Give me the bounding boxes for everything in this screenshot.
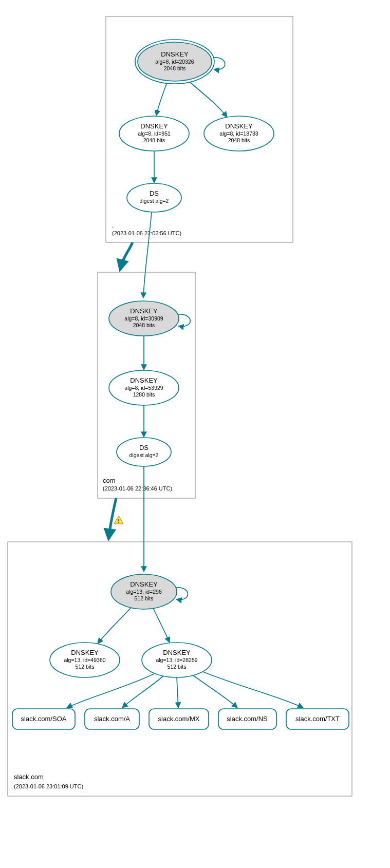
rrset-soa: slack.com/SOA bbox=[12, 709, 75, 729]
warning-icon: ! bbox=[114, 516, 123, 524]
svg-text:1280 bits: 1280 bits bbox=[133, 391, 155, 398]
svg-text:alg=13, id=296: alg=13, id=296 bbox=[126, 589, 162, 595]
svg-text:DNSKEY: DNSKEY bbox=[225, 122, 253, 130]
svg-text:alg=13, id=28259: alg=13, id=28259 bbox=[156, 657, 197, 663]
svg-text:2048 bits: 2048 bits bbox=[133, 322, 155, 328]
svg-text:2048 bits: 2048 bits bbox=[228, 137, 250, 143]
zone-root-name: . bbox=[112, 221, 114, 229]
svg-text:slack.com/SOA: slack.com/SOA bbox=[21, 715, 67, 723]
node-root-ksk: DNSKEY alg=8, id=20326 2048 bits bbox=[135, 40, 214, 84]
svg-text:DNSKEY: DNSKEY bbox=[130, 376, 158, 384]
zone-slack-name: slack.com bbox=[14, 773, 44, 781]
svg-text:digest alg=2: digest alg=2 bbox=[129, 452, 159, 458]
svg-text:DNSKEY: DNSKEY bbox=[140, 122, 168, 130]
svg-text:DNSKEY: DNSKEY bbox=[163, 649, 191, 656]
node-com-ksk: DNSKEY alg=8, id=30909 2048 bits bbox=[109, 301, 179, 336]
svg-text:!: ! bbox=[118, 518, 119, 524]
edge-com-ksk-self bbox=[178, 314, 190, 327]
svg-text:alg=8, id=18733: alg=8, id=18733 bbox=[219, 130, 258, 137]
svg-text:slack.com/A: slack.com/A bbox=[94, 715, 130, 723]
svg-text:DS: DS bbox=[139, 444, 148, 451]
svg-text:alg=8, id=951: alg=8, id=951 bbox=[138, 130, 171, 137]
node-com-zsk: DNSKEY alg=8, id=53929 1280 bits bbox=[109, 370, 179, 405]
edge-to-soa bbox=[67, 674, 154, 708]
svg-text:512 bits: 512 bits bbox=[135, 595, 154, 601]
zone-root: . (2023-01-06 22:02:56 UTC) DNSKEY alg=8… bbox=[106, 16, 293, 242]
svg-text:slack.com/NS: slack.com/NS bbox=[227, 715, 268, 723]
svg-text:DNSKEY: DNSKEY bbox=[130, 580, 158, 588]
node-root-zsk-18733: DNSKEY alg=8, id=18733 2048 bits bbox=[204, 116, 274, 151]
svg-text:DNSKEY: DNSKEY bbox=[130, 307, 158, 315]
edge-rootksk-to-951 bbox=[156, 83, 167, 116]
rrset-a: slack.com/A bbox=[85, 709, 139, 729]
svg-text:alg=13, id=49380: alg=13, id=49380 bbox=[64, 657, 105, 663]
edge-delegation-com-slack bbox=[109, 498, 116, 536]
edge-to-a bbox=[122, 676, 163, 708]
zone-slack: slack.com (2023-01-06 23:01:09 UTC) DNSK… bbox=[8, 542, 352, 796]
zone-com: com (2023-01-06 22:36:46 UTC) DNSKEY alg… bbox=[98, 272, 195, 498]
svg-text:alg=8, id=30909: alg=8, id=30909 bbox=[124, 315, 163, 322]
svg-text:DS: DS bbox=[150, 190, 159, 197]
zone-root-time: (2023-01-06 22:02:56 UTC) bbox=[112, 230, 181, 236]
svg-text:512 bits: 512 bits bbox=[168, 664, 187, 670]
svg-text:512 bits: 512 bits bbox=[76, 664, 95, 670]
rrset-mx: slack.com/MX bbox=[149, 709, 209, 729]
node-slack-zsk-49380: DNSKEY alg=13, id=49380 512 bits bbox=[50, 643, 120, 677]
edge-slackksk-to-28259 bbox=[153, 608, 170, 643]
node-slack-ksk: DNSKEY alg=13, id=296 512 bits bbox=[111, 574, 177, 609]
edge-delegation-root-com bbox=[121, 242, 133, 267]
svg-text:DNSKEY: DNSKEY bbox=[71, 649, 99, 656]
node-root-ksk-line2: alg=8, id=20326 bbox=[155, 59, 194, 65]
node-root-ksk-title: DNSKEY bbox=[161, 50, 189, 58]
svg-text:slack.com/MX: slack.com/MX bbox=[158, 715, 200, 723]
svg-text:slack.com/TXT: slack.com/TXT bbox=[295, 715, 340, 723]
edge-to-ns bbox=[193, 675, 237, 708]
svg-text:digest alg=2: digest alg=2 bbox=[140, 198, 169, 204]
edge-root-ksk-self bbox=[214, 58, 225, 70]
svg-text:alg=8, id=53929: alg=8, id=53929 bbox=[124, 385, 163, 391]
edge-slack-ksk-self bbox=[176, 588, 188, 600]
node-root-ksk-line3: 2048 bits bbox=[164, 65, 186, 71]
zone-com-name: com bbox=[103, 477, 116, 484]
edge-to-mx bbox=[177, 677, 178, 708]
zone-slack-time: (2023-01-06 23:01:09 UTC) bbox=[14, 783, 83, 789]
zone-com-time: (2023-01-06 22:36:46 UTC) bbox=[103, 485, 172, 492]
node-com-ds: DS digest alg=2 bbox=[117, 438, 171, 466]
node-slack-zsk-28259: DNSKEY alg=13, id=28259 512 bits bbox=[142, 643, 212, 677]
node-root-zsk-951: DNSKEY alg=8, id=951 2048 bits bbox=[119, 116, 189, 151]
svg-text:2048 bits: 2048 bits bbox=[143, 137, 165, 143]
rrset-ns: slack.com/NS bbox=[218, 709, 276, 729]
edge-slackksk-to-49380 bbox=[98, 608, 131, 644]
edge-rootksk-to-18733 bbox=[190, 82, 227, 117]
edge-to-txt bbox=[203, 672, 303, 708]
edge-rootds-to-comksk bbox=[143, 212, 152, 298]
node-root-ds: DS digest alg=2 bbox=[127, 183, 181, 212]
rrset-txt: slack.com/TXT bbox=[286, 709, 349, 729]
